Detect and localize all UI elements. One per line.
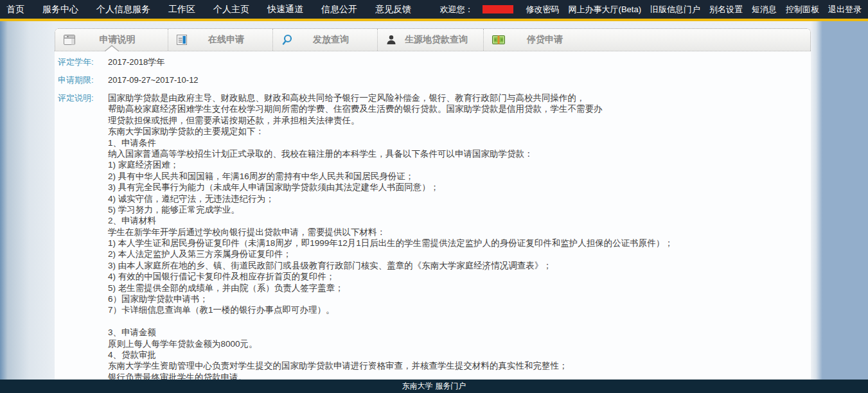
description-line: 原则上每人每学年贷款金额为8000元。 xyxy=(108,338,673,349)
application-period-row: 申请期限: 2017-09-27~2017-10-12 xyxy=(58,74,804,86)
assessment-description-row: 评定说明: 国家助学贷款是由政府主导、财政贴息、财政和高校共同给予银行一定风险补… xyxy=(58,92,804,380)
content-panel: 申请说明 在线申请 xyxy=(55,28,811,380)
description-line: 4、贷款审批 xyxy=(108,349,673,360)
description-line: 2) 具有中华人民共和国国籍，年满16周岁的需持有中华人民共和国居民身份证； xyxy=(108,171,673,182)
nav-menu-item[interactable]: 个人信息服务 xyxy=(96,4,150,15)
user-menu-item[interactable]: 控制面板 xyxy=(786,4,819,15)
page-background: 申请说明 在线申请 xyxy=(0,21,868,380)
user-menu-item[interactable]: 旧版信息门户 xyxy=(650,4,700,15)
description-line: 东南大学学生资助管理中心负责对学生提交的国家助学贷款申请进行资格审查，并核查学生… xyxy=(108,360,673,371)
welcome-label: 欢迎您： xyxy=(440,4,474,15)
redacted-username xyxy=(483,5,513,13)
tab-disbursement-query[interactable]: 发放查询 xyxy=(273,29,378,51)
footer-bar: 东南大学 服务门户 xyxy=(0,380,868,393)
tab-content: 评定学年: 2017-2018学年 申请期限: 2017-09-27~2017-… xyxy=(55,51,811,380)
application-period-value: 2017-09-27~2017-10-12 xyxy=(108,74,199,86)
description-line: 1、申请条件 xyxy=(108,137,673,148)
user-menu: 欢迎您： 修改密码网上办事大厅(Beta)旧版信息门户别名设置短消息控制面板退出… xyxy=(440,4,862,15)
description-line: 东南大学国家助学贷款的主要规定如下： xyxy=(108,126,673,137)
description-line: 4) 诚实守信，遵纪守法，无违法违纪行为； xyxy=(108,193,673,204)
description-line: 3) 由本人家庭所在地的乡、镇、街道民政部门或县级教育行政部门核实、盖章的《东南… xyxy=(108,260,673,271)
nav-menu-item[interactable]: 快速通道 xyxy=(267,4,303,15)
user-links: 修改密码网上办事大厅(Beta)旧版信息门户别名设置短消息控制面板退出登录 xyxy=(526,4,862,15)
nav-menu-item[interactable]: 信息公开 xyxy=(321,4,357,15)
tab-label: 生源地贷款查询 xyxy=(378,29,483,51)
description-line: 2) 本人法定监护人及第三方亲属身份证复印件； xyxy=(108,249,673,259)
nav-menu-item[interactable]: 服务中心 xyxy=(42,4,78,15)
tab-application-instructions[interactable]: 申请说明 xyxy=(55,29,168,51)
tab-online-application[interactable]: 在线申请 xyxy=(168,29,273,51)
tab-label: 在线申请 xyxy=(168,29,272,51)
description-line: 1) 家庭经济困难； xyxy=(108,159,673,170)
tab-stop-loan-application[interactable]: 停贷申请 xyxy=(484,29,594,51)
user-menu-item[interactable]: 别名设置 xyxy=(709,4,743,15)
nav-menu-item[interactable]: 意见反馈 xyxy=(375,4,411,15)
top-navbar: 首页服务中心个人信息服务工作区个人主页快速通道信息公开意见反馈 欢迎您： 修改密… xyxy=(0,0,868,21)
description-line: 国家助学贷款是由政府主导、财政贴息、财政和高校共同给予银行一定风险补偿金，银行、… xyxy=(108,92,673,103)
description-line: 帮助高校家庭经济困难学生支付在校学习期间所需的学费、住宿费及生活费的银行贷款。国… xyxy=(108,103,673,114)
footer-text: 东南大学 服务门户 xyxy=(402,381,466,392)
user-menu-item[interactable]: 网上办事大厅(Beta) xyxy=(569,4,641,15)
description-line: 4) 有效的中国银行借记卡复印件及相应存折首页的复印件； xyxy=(108,271,673,282)
user-menu-item[interactable]: 短消息 xyxy=(752,4,777,15)
user-menu-item[interactable]: 修改密码 xyxy=(526,4,560,15)
nav-menu-item[interactable]: 首页 xyxy=(6,4,24,15)
assessment-year-value: 2017-2018学年 xyxy=(108,57,164,68)
description-line: 5) 老生需提供全部的成绩单，并由院（系）负责人签字盖章； xyxy=(108,283,673,293)
description-line: 学生在新学年开学后通过学校向银行提出贷款申请，需要提供以下材料： xyxy=(108,227,673,238)
tab-label: 申请说明 xyxy=(55,29,168,51)
description-line: 3) 具有完全民事行为能力（未成年人申请国家助学贷款须由其法定建华人书面同意）； xyxy=(108,182,673,193)
tab-bar: 申请说明 在线申请 xyxy=(55,28,811,51)
application-period-label: 申请期限: xyxy=(58,74,108,86)
description-line: 5) 学习努力，能够正常完成学业。 xyxy=(108,204,673,215)
description-line: 1) 本人学生证和居民身份证复印件（未满18周岁，即1999年12月1日后出生的… xyxy=(108,238,673,249)
nav-menu-item[interactable]: 工作区 xyxy=(168,4,195,15)
description-line: 6）国家助学贷款申请书； xyxy=(108,293,673,304)
description-line: 理贷款担保或抵押，但需要承诺按期还款，并承担相关法律责任。 xyxy=(108,115,673,126)
description-line: 纳入国家普通高等学校招生计划正式录取的、我校在籍注册的本科学生，具备以下条件可以… xyxy=(108,148,673,159)
tab-origin-loan-query[interactable]: 生源地贷款查询 xyxy=(378,29,484,51)
description-line: 7）卡详细信息查询单（教1一楼的银行办事点即可办理）。 xyxy=(108,304,673,315)
tab-label: 发放查询 xyxy=(273,29,377,51)
main-menu: 首页服务中心个人信息服务工作区个人主页快速通道信息公开意见反馈 xyxy=(6,4,411,15)
assessment-description-text: 国家助学贷款是由政府主导、财政贴息、财政和高校共同给予银行一定风险补偿金，银行、… xyxy=(108,92,673,380)
tab-label: 停贷申请 xyxy=(484,29,594,51)
description-line: 3、申请金额 xyxy=(108,327,673,338)
assessment-year-label: 评定学年: xyxy=(58,57,108,68)
nav-menu-item[interactable]: 个人主页 xyxy=(213,4,249,15)
description-line: 银行负责最终审批学生的贷款申请。 xyxy=(108,372,673,380)
assessment-description-label: 评定说明: xyxy=(58,92,108,380)
user-menu-item[interactable]: 退出登录 xyxy=(828,4,862,15)
assessment-year-row: 评定学年: 2017-2018学年 xyxy=(58,57,804,68)
description-line xyxy=(108,316,673,327)
description-line: 2、申请材料 xyxy=(108,215,673,226)
